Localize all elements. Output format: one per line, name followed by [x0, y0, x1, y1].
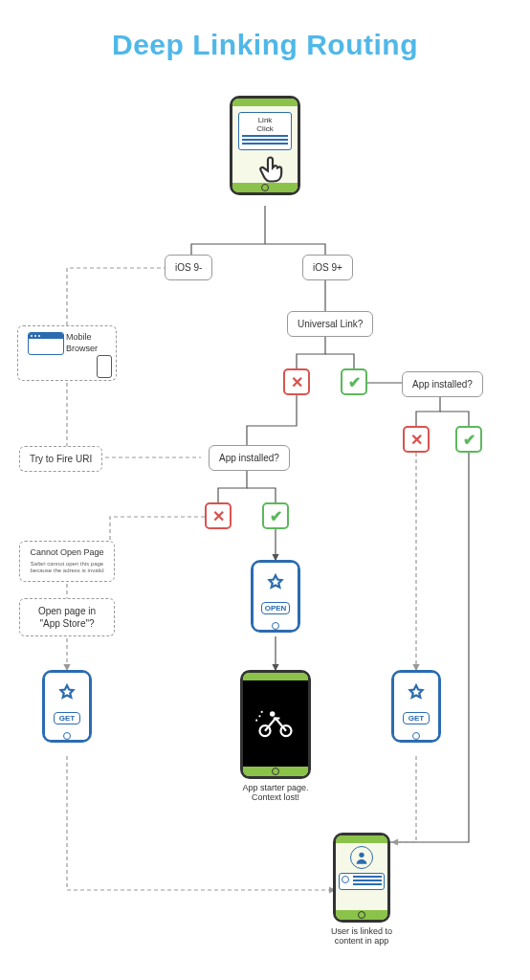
app-installed-mid-no: ✕ [205, 502, 232, 529]
app-installed-mid-yes: ✔ [262, 502, 289, 529]
node-cannot-open: Cannot Open Page Safari cannot open this… [19, 541, 115, 582]
app-installed-right-no: ✕ [403, 426, 430, 453]
phone-outline-icon [97, 355, 112, 378]
node-open-appstore: Open page in "App Store"? [19, 598, 115, 636]
page-title: Deep Linking Routing [0, 29, 530, 61]
node-ios-new: iOS 9+ [302, 255, 353, 280]
svg-point-6 [359, 853, 364, 858]
svg-point-5 [261, 711, 263, 713]
svg-point-2 [270, 711, 276, 717]
appstore-icon [404, 682, 429, 707]
starter-page-phone: App starter page. Context lost! [240, 670, 311, 802]
link-click-phone: Link Click [230, 96, 300, 195]
node-app-installed-mid: App installed? [209, 445, 290, 471]
node-ios-old: iOS 9- [165, 255, 212, 280]
app-installed-right-yes: ✔ [455, 426, 482, 453]
user-icon [354, 850, 369, 865]
bike-icon [254, 707, 297, 740]
appstore-icon [263, 572, 288, 597]
appstore-icon [55, 682, 79, 707]
svg-point-4 [255, 720, 257, 722]
node-universal-link: Universal Link? [287, 311, 373, 337]
get-app-phone-right: GET [391, 670, 441, 743]
linked-content-caption: User is linked to content in app [319, 926, 405, 946]
node-app-installed-right: App installed? [402, 371, 483, 397]
universal-link-no: ✕ [283, 368, 310, 395]
node-mobile-browser: Mobile Browser [17, 325, 117, 381]
link-click-label: Link Click [242, 116, 288, 133]
hand-tap-icon [254, 150, 292, 189]
universal-link-yes: ✔ [341, 368, 367, 395]
linked-content-phone: User is linked to content in app [333, 833, 390, 946]
svg-point-3 [258, 715, 260, 717]
starter-page-caption: App starter page. Context lost! [240, 783, 311, 802]
open-app-phone: OPEN [251, 560, 300, 633]
node-fire-uri: Try to Fire URI [19, 446, 102, 472]
get-app-phone-left: GET [42, 670, 92, 743]
